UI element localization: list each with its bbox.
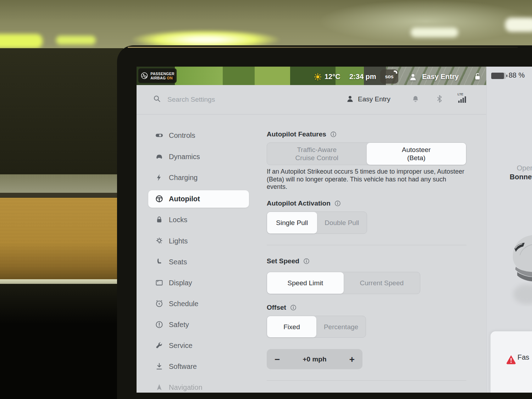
section-title-text: Offset <box>267 304 286 311</box>
single-pull-option[interactable]: Single Pull <box>267 212 317 234</box>
bonnet-label: Bonnet <box>510 173 532 181</box>
sidebar-item-label: Dynamics <box>169 153 200 161</box>
safety-alert-icon <box>155 320 164 329</box>
display-icon <box>155 279 164 287</box>
section-title-text: Set Speed <box>267 257 299 265</box>
option-label: Single Pull <box>276 219 308 227</box>
light-reflection <box>56 36 96 45</box>
lock-open-icon[interactable] <box>472 72 482 81</box>
sidebar-item-label: Display <box>169 279 192 287</box>
option-label: Current Speed <box>360 279 404 287</box>
autosteer-option[interactable]: Autosteer (Beta) <box>367 143 466 165</box>
map-field <box>255 67 290 85</box>
option-label: Double Pull <box>325 219 359 227</box>
sidebar-item-label: Schedule <box>169 300 198 308</box>
sidebar-item-autopilot[interactable]: Autopilot <box>148 190 249 207</box>
open-bonnet-button[interactable]: Open Bonnet <box>510 164 532 181</box>
bluetooth-icon[interactable] <box>435 95 444 103</box>
profile-button[interactable]: Easy Entry <box>358 95 390 103</box>
sidebar-item-label: Controls <box>169 131 195 140</box>
padlock-icon <box>155 215 164 224</box>
info-icon[interactable] <box>334 200 341 207</box>
sidebar-item-schedule[interactable]: Schedule <box>148 295 249 312</box>
sidebar-item-label: Service <box>169 342 193 350</box>
touchscreen: PASSENGER AIRBAG ON 12°C 2:34 pm sos Eas… <box>137 67 532 393</box>
option-label: Fixed <box>283 323 300 331</box>
sidebar-item-dynamics[interactable]: Dynamics <box>148 148 249 165</box>
sidebar-item-safety[interactable]: Safety <box>148 316 249 333</box>
tacc-line2: Cruise Control <box>295 154 338 162</box>
sidebar-item-label: Seats <box>169 258 187 266</box>
seat-icon <box>155 258 164 266</box>
sidebar-item-charging[interactable]: Charging <box>148 169 249 186</box>
info-icon[interactable] <box>330 131 337 138</box>
clock: 2:34 pm <box>349 73 376 81</box>
offset-value: +0 mph <box>303 355 326 363</box>
battery-percentage: 88 % <box>509 71 525 79</box>
offset-stepper: − +0 mph + <box>267 349 362 369</box>
option-label: Speed Limit <box>288 279 323 287</box>
wrench-icon <box>155 341 164 350</box>
speed-limit-option[interactable]: Speed Limit <box>267 272 344 294</box>
sidebar-item-software[interactable]: Software <box>148 358 249 375</box>
autopilot-activation-title: Autopilot Activation <box>267 200 341 207</box>
autosteer-line1: Autosteer <box>402 146 431 154</box>
autopilot-features-title: Autopilot Features <box>267 130 337 138</box>
dashboard-trim-shadow <box>0 193 118 198</box>
increase-button[interactable]: + <box>349 355 355 364</box>
sidebar-item-display[interactable]: Display <box>148 274 249 291</box>
sidebar-item-service[interactable]: Service <box>148 337 249 354</box>
offset-title: Offset <box>267 304 297 311</box>
tacc-option[interactable]: Traffic-Aware Cruise Control <box>267 143 367 165</box>
sidebar-item-label: Charging <box>169 174 198 182</box>
airbag-state: ON <box>167 76 173 80</box>
lightning-icon <box>155 173 164 182</box>
search-input[interactable]: Search Settings <box>167 96 215 103</box>
download-icon <box>155 362 164 371</box>
vehicle-status-panel: 88 % Open Bonnet Fas <box>486 67 532 393</box>
search-icon <box>153 94 161 103</box>
passenger-airbag-badge: PASSENGER AIRBAG ON <box>138 68 177 83</box>
warning-text: Fas <box>517 353 529 361</box>
sidebar-item-navigation[interactable]: Navigation <box>148 379 249 393</box>
sidebar-item-controls[interactable]: Controls <box>148 127 249 144</box>
steering-wheel-icon <box>155 195 164 203</box>
fixed-option[interactable]: Fixed <box>267 316 316 337</box>
sidebar-item-locks[interactable]: Locks <box>148 211 249 228</box>
car-icon <box>155 152 164 161</box>
current-speed-option[interactable]: Current Speed <box>344 272 420 294</box>
light-reflection <box>411 28 458 37</box>
percentage-option[interactable]: Percentage <box>316 316 366 337</box>
light-reflection <box>0 34 43 48</box>
info-icon[interactable] <box>290 304 297 311</box>
toggle-icon <box>155 131 164 140</box>
battery-icon <box>491 72 508 80</box>
bezel-top-highlight <box>128 47 518 48</box>
light-reflection <box>505 18 532 32</box>
airbag-line2: AIRBAG <box>150 76 166 80</box>
map-field <box>223 67 255 85</box>
notifications-bell-icon[interactable] <box>411 95 420 103</box>
section-title-text: Autopilot Activation <box>267 200 331 207</box>
dashboard-lower-dark <box>0 284 123 399</box>
sidebar-item-label: Lights <box>169 237 188 245</box>
airbag-icon <box>140 71 148 80</box>
section-title-text: Autopilot Features <box>267 130 326 138</box>
sidebar-item-seats[interactable]: Seats <box>148 253 249 270</box>
decrease-button[interactable]: − <box>275 355 280 364</box>
sidebar-item-lights[interactable]: Lights <box>148 232 249 249</box>
double-pull-option[interactable]: Double Pull <box>317 212 367 234</box>
autosteer-line2: (Beta) <box>407 154 426 162</box>
sidebar-item-label: Software <box>169 363 197 371</box>
schedule-clock-icon <box>155 299 164 308</box>
driver-profile-icon <box>409 73 417 82</box>
set-speed-segmented-control: Speed Limit Current Speed <box>267 272 420 294</box>
sos-button[interactable]: sos <box>380 69 398 84</box>
navigation-arrow-icon <box>155 383 164 392</box>
sidebar-item-label: Locks <box>169 216 187 224</box>
wood-dash-trim <box>0 198 118 279</box>
warning-triangle-icon <box>505 354 517 365</box>
driver-profile-button[interactable]: Easy Entry <box>422 73 459 81</box>
info-icon[interactable] <box>303 258 310 265</box>
vehicle-warning-card[interactable]: Fas <box>491 331 532 393</box>
